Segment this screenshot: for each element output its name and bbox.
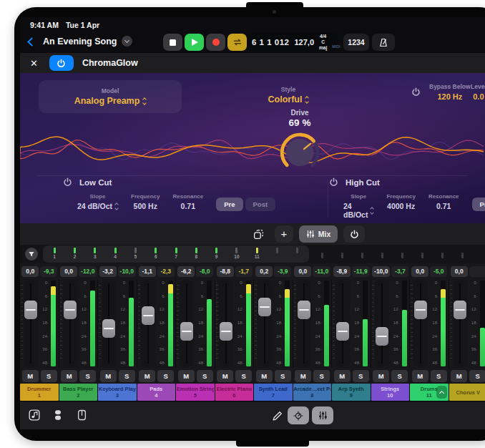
stepper-icon[interactable]: [143, 98, 146, 104]
duplicate-button[interactable]: [249, 225, 268, 243]
mute-button[interactable]: M: [256, 370, 273, 382]
mute-button[interactable]: M: [451, 370, 467, 382]
fader-handle[interactable]: [102, 319, 115, 338]
add-track-button[interactable]: +: [275, 225, 293, 243]
stepper-icon[interactable]: [115, 203, 118, 210]
record-button[interactable]: [206, 34, 225, 51]
fader-handle[interactable]: [24, 301, 37, 319]
overview-channel[interactable]: 1: [44, 245, 64, 263]
fader-handle[interactable]: [414, 301, 427, 319]
volume-value[interactable]: -8,8: [217, 266, 234, 277]
solo-button[interactable]: S: [391, 370, 408, 382]
fader-track[interactable]: [24, 281, 38, 366]
chevron-down-icon[interactable]: [122, 36, 132, 47]
chevron-up-icon[interactable]: [436, 386, 447, 399]
overview-channel[interactable]: 6: [146, 245, 166, 263]
model-selector[interactable]: Model Analog Preamp: [39, 80, 182, 113]
mute-button[interactable]: M: [100, 370, 117, 382]
song-menu[interactable]: An Evening Song: [43, 36, 132, 47]
overview-panel[interactable]: 1 2 3 4 5 6 7 8 9 10: [43, 245, 309, 263]
fader-track[interactable]: [335, 281, 350, 366]
close-icon[interactable]: ✕: [30, 58, 38, 69]
track-tile[interactable]: Chorus V: [449, 384, 485, 401]
pre-button[interactable]: Pre: [216, 198, 242, 211]
mixer-view-button[interactable]: [312, 406, 333, 424]
slope-control[interactable]: Slope 24 dB/Oct: [343, 193, 373, 219]
overview-channel[interactable]: 5: [125, 245, 145, 263]
frequency-control[interactable]: Frequency 500 Hz: [131, 193, 160, 210]
metronome-button[interactable]: [372, 34, 395, 51]
solo-button[interactable]: S: [313, 370, 330, 382]
solo-button[interactable]: S: [41, 370, 57, 382]
volume-value[interactable]: 0,0: [451, 266, 468, 277]
fader-handle[interactable]: [180, 322, 193, 341]
mute-button[interactable]: M: [295, 370, 311, 382]
mix-view-button[interactable]: Mix: [299, 225, 338, 243]
overview-channel[interactable]: 4: [105, 245, 125, 263]
mute-button[interactable]: M: [334, 370, 351, 382]
cycle-button[interactable]: [227, 34, 247, 51]
track-tile[interactable]: Emotion Strings 5: [176, 384, 215, 401]
fader-track[interactable]: [63, 281, 77, 366]
mute-button[interactable]: M: [217, 370, 233, 382]
solo-button[interactable]: S: [235, 370, 252, 382]
fader-handle[interactable]: [454, 301, 466, 319]
fader-handle[interactable]: [336, 322, 349, 341]
routing-button[interactable]: [53, 409, 63, 421]
stepper-icon[interactable]: [305, 97, 308, 103]
slope-control[interactable]: Slope 24 dB/Oct: [77, 193, 118, 210]
volume-value[interactable]: 0,0: [60, 266, 77, 277]
volume-value[interactable]: -3,2: [99, 266, 117, 277]
controls-view-button[interactable]: [288, 406, 309, 424]
plugin-power-button[interactable]: [49, 55, 74, 71]
resonance-control[interactable]: Resonance 0.71: [428, 193, 459, 210]
fader-handle[interactable]: [298, 301, 310, 319]
overview-channel[interactable]: 7: [166, 245, 186, 263]
high-cut-power-button[interactable]: [329, 177, 338, 187]
solo-button[interactable]: S: [275, 370, 291, 382]
drive-knob[interactable]: [279, 132, 320, 173]
browser-button[interactable]: [29, 409, 40, 421]
track-tile[interactable]: Strings 10: [371, 384, 410, 401]
overview-channel[interactable]: 9: [207, 245, 227, 263]
stepper-icon[interactable]: [371, 208, 373, 214]
overview-channel[interactable]: 11: [247, 245, 267, 263]
play-button[interactable]: [185, 34, 204, 51]
solo-button[interactable]: S: [79, 370, 96, 382]
solo-button[interactable]: S: [197, 370, 213, 382]
filter-button[interactable]: [25, 248, 38, 260]
solo-button[interactable]: S: [119, 370, 135, 382]
stop-button[interactable]: [163, 34, 182, 51]
mute-button[interactable]: M: [373, 370, 389, 382]
overview-channel[interactable]: 10: [227, 245, 247, 263]
volume-value[interactable]: -6,2: [177, 266, 195, 277]
drive-control[interactable]: Drive 69 %: [275, 109, 325, 173]
volume-value[interactable]: 0,0: [411, 266, 428, 277]
frequency-control[interactable]: Frequency 4000 Hz: [386, 193, 415, 210]
lcd-display[interactable]: 6 1 1 012 127,0 4/4 C maj MIDI: [247, 33, 338, 52]
keyboard-button[interactable]: [77, 409, 87, 421]
volume-value[interactable]: -8,9: [333, 266, 351, 277]
fader-track[interactable]: [219, 281, 233, 366]
fader-track[interactable]: [413, 281, 428, 366]
volume-value[interactable]: 0,0: [21, 266, 39, 277]
fader-track[interactable]: [297, 281, 311, 366]
bypass-below-control[interactable]: Bypass Below 120 Hz: [429, 83, 471, 101]
fader-track[interactable]: [375, 281, 389, 366]
mute-button[interactable]: M: [412, 370, 428, 382]
bypass-power-button[interactable]: [411, 87, 421, 97]
track-tile[interactable]: Bass Player 2: [59, 384, 98, 401]
fader-track[interactable]: [180, 281, 194, 366]
mixer-power-button[interactable]: [343, 225, 365, 243]
mute-button[interactable]: M: [61, 370, 77, 382]
overview-channel[interactable]: 2: [64, 245, 84, 263]
overview-channel[interactable]: 3: [85, 245, 105, 263]
mute-button[interactable]: M: [139, 370, 155, 382]
mute-button[interactable]: M: [22, 370, 39, 382]
low-cut-power-button[interactable]: [63, 177, 72, 187]
fader-handle[interactable]: [220, 322, 232, 341]
resonance-control[interactable]: Resonance 0.71: [172, 193, 203, 210]
level-control[interactable]: Level 0.0: [471, 83, 485, 101]
count-in-button[interactable]: 1234: [343, 34, 369, 51]
back-chevron-icon[interactable]: [27, 37, 36, 47]
